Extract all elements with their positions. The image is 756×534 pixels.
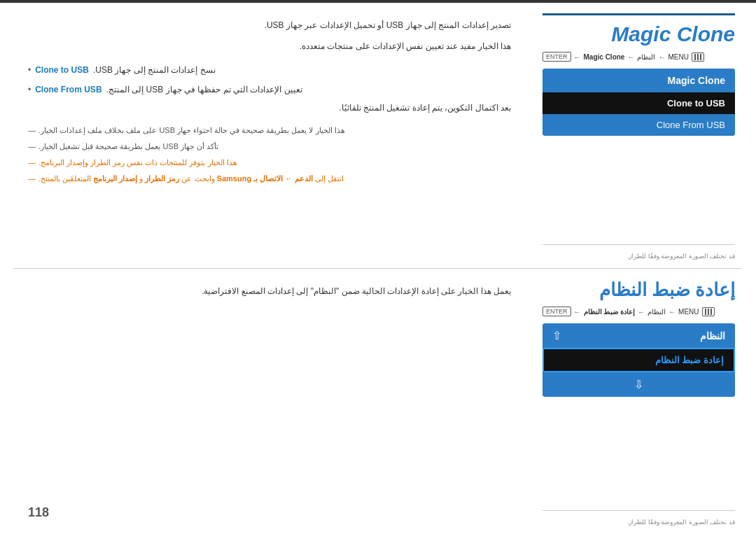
bottom-caption: قد تختلف الصورة المعروضة وفقًا للطراز. (542, 503, 735, 527)
enter-icon-bottom: ENTER (542, 307, 571, 316)
panel-footer-row: ⇩ (542, 372, 735, 397)
breadcrumb-top: MENU ← النظام ← Magic Clone ← ENTER (542, 52, 735, 62)
reset-panel[interactable]: ⇧ النظام إعادة ضبط النظام ⇩ (542, 323, 735, 397)
chevron-down-icon[interactable]: ⇩ (634, 378, 643, 391)
top-right-panel: Magic Clone MENU ← النظام ← Magic Clone … (539, 3, 742, 268)
reset-title: إعادة ضبط النظام (542, 279, 735, 301)
bottom-right-panel: إعادة ضبط النظام MENU ← النظام ← إعادة ض… (539, 269, 742, 534)
feature-label-bottom: إعادة ضبط النظام (584, 308, 636, 316)
arrow2: ← (627, 53, 634, 61)
page-number: 118 (28, 505, 49, 520)
main-description: تصدير إعدادات المنتج إلى جهاز USB أو تحم… (28, 17, 511, 34)
panel-header-row: ⇧ النظام (542, 323, 735, 348)
clone-from-usb-label: Clone From USB (35, 85, 102, 94)
menu-icon-bottom (702, 307, 715, 316)
menu-label: MENU (668, 53, 688, 61)
panel-header: Magic Clone (542, 69, 735, 92)
system-label-bottom: النظام (648, 308, 666, 316)
top-caption: قد تختلف الصورة المعروضة وفقًا للطراز. (542, 237, 735, 261)
arrow1: ← (658, 53, 665, 61)
breadcrumb-bottom: MENU ← النظام ← إعادة ضبط النظام ← ENTER (542, 307, 735, 316)
enter-icon: ENTER (542, 52, 571, 62)
sub-description: هذا الخيار مفيد عند تعيين نفس الإعدادات … (28, 38, 511, 55)
notes-section: هذا الخيار لا يعمل بطريقة صحيحة في حالة … (28, 123, 511, 186)
top-rule (542, 13, 735, 15)
panel-header-bottom: النظام (700, 330, 725, 342)
menu-label-bottom: MENU (678, 308, 699, 316)
system-label: النظام (637, 53, 655, 61)
chevron-up-icon[interactable]: ⇧ (552, 329, 561, 342)
magic-clone-panel[interactable]: Magic Clone Clone to USB Clone From USB (542, 69, 735, 136)
bullet-clone-to-usb: نسخ إعدادات المنتج إلى جهاز USB. Clone t… (28, 62, 511, 78)
arrow3: ← (574, 53, 581, 61)
bottom-half: يعمل هذا الخيار على إعادة الإعدادات الحا… (14, 269, 742, 534)
menu-item-clone-to-usb[interactable]: Clone to USB (542, 92, 735, 114)
bullet-clone-from-usb: تعيين الإعدادات التي تم حفظها في جهاز US… (28, 81, 511, 98)
magic-clone-title: Magic Clone (542, 22, 735, 46)
selected-item-reset[interactable]: إعادة ضبط النظام (542, 348, 735, 372)
feature-label: Magic Clone (584, 53, 625, 61)
menu-icon (692, 52, 704, 62)
top-left-text: تصدير إعدادات المنتج إلى جهاز USB أو تحم… (14, 3, 539, 268)
bottom-description: يعمل هذا الخيار على إعادة الإعدادات الحا… (28, 283, 511, 300)
clone-to-usb-label: Clone to USB (35, 65, 89, 75)
menu-item-clone-from-usb[interactable]: Clone From USB (542, 114, 735, 136)
bottom-left-text: يعمل هذا الخيار على إعادة الإعدادات الحا… (14, 269, 539, 534)
